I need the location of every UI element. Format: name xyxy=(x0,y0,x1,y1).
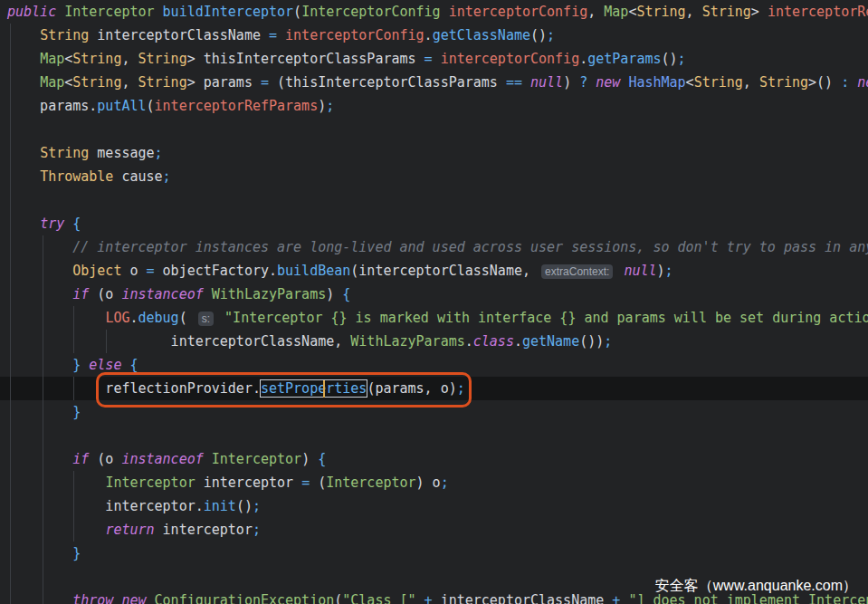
code-token: message xyxy=(89,145,154,161)
code-token: , xyxy=(587,4,604,20)
code-token: objectFactory xyxy=(155,263,269,279)
code-token: try xyxy=(40,216,64,232)
code-token: ; xyxy=(326,98,334,114)
code-token xyxy=(7,286,72,302)
code-token: null xyxy=(530,74,563,91)
code-line[interactable]: if (o instanceof Interceptor) { xyxy=(0,447,868,471)
code-token xyxy=(155,4,163,20)
code-token xyxy=(7,263,72,279)
code-token: (o xyxy=(89,451,121,467)
code-token: "Interceptor {} is marked with interface… xyxy=(224,310,868,326)
code-token xyxy=(7,168,40,185)
code-token: ) xyxy=(657,263,665,279)
code-line[interactable]: String message; xyxy=(0,141,868,165)
code-line[interactable]: interceptor.init(); xyxy=(0,494,868,518)
code-token: < xyxy=(64,51,72,67)
code-editor[interactable]: public Interceptor buildInterceptor(Inte… xyxy=(0,0,868,604)
code-area[interactable]: public Interceptor buildInterceptor(Inte… xyxy=(0,0,868,604)
code-line[interactable]: try { xyxy=(0,212,868,235)
code-line[interactable]: LOG.debug( s: "Interceptor {} is marked … xyxy=(0,306,868,330)
code-token: init xyxy=(204,498,236,514)
code-token xyxy=(81,357,89,373)
code-token: == xyxy=(506,74,522,91)
code-token: > xyxy=(751,4,768,20)
code-token: ( xyxy=(310,475,326,491)
code-token: ( xyxy=(293,4,301,20)
code-token: ; xyxy=(155,145,163,161)
code-token xyxy=(147,592,155,604)
code-token: else xyxy=(89,357,121,373)
code-token xyxy=(441,4,449,20)
code-token: () xyxy=(530,27,547,43)
code-token: buildBean xyxy=(277,263,350,279)
code-token: return xyxy=(105,522,154,538)
code-line[interactable]: public Interceptor buildInterceptor(Inte… xyxy=(0,0,868,24)
code-token: instanceof xyxy=(121,451,203,467)
code-token: Interceptor xyxy=(105,475,195,491)
code-line[interactable]: Map<String, String> thisInterceptorClass… xyxy=(0,47,868,71)
code-token xyxy=(7,51,40,67)
code-token xyxy=(7,239,72,255)
code-token: instanceof xyxy=(121,286,203,302)
code-token: interceptorClassName, xyxy=(7,333,350,350)
code-line[interactable]: } else { xyxy=(0,353,868,377)
code-token: "Class [" xyxy=(342,592,415,604)
code-line[interactable] xyxy=(0,424,868,447)
code-line[interactable] xyxy=(0,118,868,141)
code-token: String xyxy=(702,4,751,20)
code-token: ; xyxy=(253,522,261,538)
code-token: ; xyxy=(457,380,465,397)
code-line[interactable]: if (o instanceof WithLazyParams) { xyxy=(0,283,868,306)
code-token xyxy=(7,27,40,43)
code-token: . xyxy=(465,333,473,350)
code-line[interactable]: String interceptorClassName = intercepto… xyxy=(0,24,868,47)
code-token: ; xyxy=(441,475,449,491)
code-token: . xyxy=(424,27,433,43)
code-token xyxy=(7,592,72,604)
code-token: = xyxy=(301,475,310,491)
code-token: ) xyxy=(318,98,326,114)
code-line[interactable]: Interceptor interceptor = (Interceptor) … xyxy=(0,471,868,494)
code-token xyxy=(433,51,441,67)
code-token: HashMap xyxy=(628,74,685,91)
code-line[interactable]: params.putAll(interceptorRefParams); xyxy=(0,94,868,118)
code-token: LOG xyxy=(105,310,129,326)
code-token: new xyxy=(596,74,620,91)
code-token: if xyxy=(72,451,89,467)
code-token: throw xyxy=(72,592,113,604)
code-token: . xyxy=(253,380,261,397)
code-line[interactable]: } xyxy=(0,400,868,424)
code-line[interactable]: Throwable cause; xyxy=(0,165,868,188)
code-token: . xyxy=(89,98,97,114)
code-line[interactable]: interceptorClassName, WithLazyParams.cla… xyxy=(0,330,868,353)
code-token: getClassName xyxy=(433,27,530,43)
code-token xyxy=(204,286,212,302)
code-line[interactable]: } xyxy=(0,542,868,565)
code-token: interceptorClassName xyxy=(433,592,613,604)
code-token: String xyxy=(138,51,187,67)
code-token xyxy=(849,74,857,91)
code-line[interactable]: Map<String, String> params = (thisInterc… xyxy=(0,71,868,94)
code-token: + xyxy=(612,592,620,604)
code-token: , xyxy=(121,51,138,67)
code-token: public xyxy=(7,4,56,20)
code-token: Interceptor xyxy=(326,475,415,491)
code-token xyxy=(7,522,105,538)
code-token: () xyxy=(662,51,678,67)
inline-hint: s: xyxy=(198,312,214,326)
code-token: (thisInterceptorClassParams xyxy=(269,74,506,91)
code-line[interactable]: Object o = objectFactory.buildBean(inter… xyxy=(0,259,868,283)
code-line[interactable]: // interceptor instances are long-lived … xyxy=(0,235,868,259)
code-line[interactable] xyxy=(0,188,868,212)
code-token: Object xyxy=(72,263,121,279)
code-token xyxy=(7,357,72,373)
code-token: interceptorConfig xyxy=(449,4,588,20)
code-token: = xyxy=(261,74,269,91)
code-line[interactable]: reflectionProvider.setProperties(params,… xyxy=(0,377,868,400)
code-token: . xyxy=(514,333,522,350)
code-token: new xyxy=(121,592,146,604)
code-line[interactable]: return interceptor; xyxy=(0,518,868,542)
code-token: + xyxy=(424,592,433,604)
code-token: . xyxy=(196,498,204,514)
code-token xyxy=(277,27,285,43)
